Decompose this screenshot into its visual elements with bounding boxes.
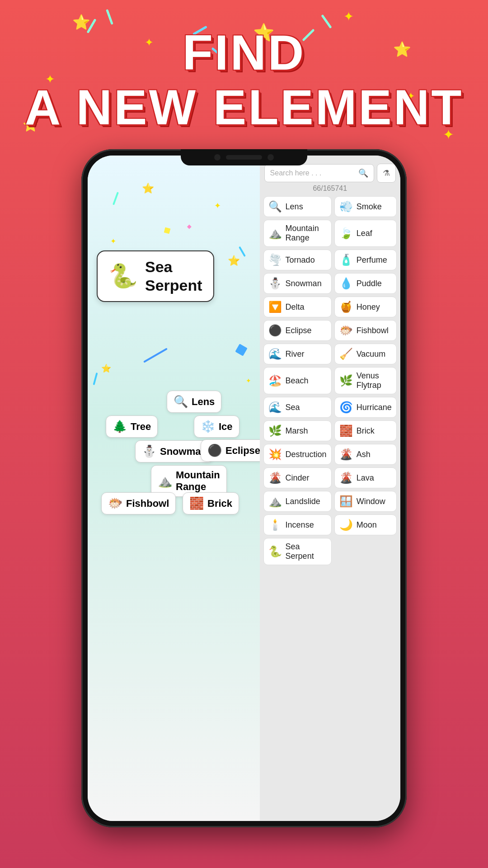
board-item-brick[interactable]: 🧱 Brick (183, 492, 239, 514)
element-emoji: ⛄ (268, 277, 282, 290)
list-item[interactable]: 💥Destruction (263, 444, 332, 465)
search-input-field[interactable]: Search here . . . 🔍 (264, 164, 374, 182)
list-item[interactable]: 🌊Sea (263, 397, 332, 418)
notch-camera (214, 154, 221, 160)
element-emoji: ⚫ (268, 324, 282, 337)
element-label: Leaf (357, 229, 372, 238)
snowman-emoji: ⛄ (142, 444, 156, 458)
element-emoji: 🧴 (339, 254, 353, 266)
eclipse-emoji: ⚫ (207, 443, 222, 458)
element-emoji: 🔽 (268, 301, 282, 313)
search-bar: Search here . . . 🔍 ⚗ (264, 164, 396, 183)
element-emoji: 🌋 (268, 472, 282, 484)
list-item[interactable]: ⛰️Mountain Range (263, 220, 332, 247)
element-label: Tornado (286, 255, 315, 265)
element-label: Hurricane (357, 403, 392, 412)
board-item-fishbowl[interactable]: 🐡 Fishbowl (101, 492, 176, 514)
list-item[interactable]: 🌊River (263, 344, 332, 364)
list-item[interactable]: ⚫Eclipse (263, 320, 332, 341)
title-line1: FIND (0, 25, 488, 80)
filter-button[interactable]: ⚗ (377, 164, 396, 183)
snowman-label: Snowman (160, 446, 207, 458)
list-item[interactable]: 💨Smoke (334, 196, 397, 217)
element-label: Landslide (286, 497, 320, 506)
element-emoji: 🐍 (268, 545, 282, 558)
fishbowl-label: Fishbowl (126, 498, 169, 509)
phone-frame: ⭐ ✦ ✦ ◆ ⭐ ⭐ ✦ 🐍 SeaSerp (81, 149, 407, 827)
list-item[interactable]: 🧴Perfume (334, 250, 397, 270)
list-item[interactable]: 🌋Ash (334, 444, 397, 465)
list-item[interactable]: 🧹Vacuum (334, 344, 397, 364)
ice-label: Ice (219, 421, 233, 433)
element-label: Brick (357, 426, 375, 436)
board-item-tree[interactable]: 🌲 Tree (106, 415, 158, 438)
list-item[interactable]: 🌀Hurricane (334, 397, 397, 418)
list-item[interactable]: 🏖️Beach (263, 367, 332, 394)
list-item[interactable]: 🌿Venus Flytrap (334, 367, 397, 394)
board-item-ice[interactable]: ❄️ Ice (194, 415, 239, 438)
element-label: Eclipse (286, 326, 312, 335)
eclipse-label: Eclipse (225, 445, 260, 457)
list-item[interactable]: 🔽Delta (263, 297, 332, 317)
element-label: Smoke (357, 202, 382, 212)
title-line2: A NEW ELEMENT (0, 80, 488, 134)
element-emoji: ⛰️ (268, 227, 282, 240)
element-label: Moon (357, 520, 377, 530)
sea-serpent-popup: 🐍 SeaSerpent (97, 250, 214, 302)
element-label: River (286, 349, 305, 359)
list-item[interactable]: 🐡Fishbowl (334, 320, 397, 341)
phone-notch (181, 149, 307, 165)
element-label: Destruction (286, 450, 327, 459)
element-emoji: 🧹 (339, 348, 353, 360)
list-item[interactable]: 🌋Lava (334, 467, 397, 488)
list-item[interactable]: 🌋Cinder (263, 467, 332, 488)
element-emoji: 🌪️ (268, 254, 282, 266)
board-item-lens[interactable]: 🔍 Lens (167, 391, 221, 413)
element-emoji: 🔍 (268, 200, 282, 213)
element-label: Incense (286, 520, 314, 530)
list-item[interactable]: 🌪️Tornado (263, 250, 332, 270)
tree-emoji: 🌲 (113, 420, 127, 434)
element-emoji: 🌿 (339, 374, 353, 387)
element-label: Puddle (357, 279, 382, 288)
element-emoji: 💨 (339, 200, 353, 213)
list-item[interactable]: 🔍Lens (263, 196, 332, 217)
list-item[interactable]: 🍃Leaf (334, 220, 397, 247)
board-item-eclipse[interactable]: ⚫ Eclipse (201, 439, 260, 462)
ice-emoji: ❄️ (201, 420, 215, 434)
list-item[interactable]: 🕯️Incense (263, 514, 332, 535)
element-label: Fishbowl (357, 326, 389, 335)
element-emoji: 🐡 (339, 324, 353, 337)
element-emoji: 🌊 (268, 348, 282, 360)
list-item[interactable]: ⛰️Landslide (263, 491, 332, 512)
lens-emoji: 🔍 (174, 395, 188, 409)
element-emoji: 🕯️ (268, 519, 282, 531)
list-item[interactable]: 🍯Honey (334, 297, 397, 317)
sea-serpent-label: SeaSerpent (145, 258, 202, 295)
element-label: Cinder (286, 473, 310, 483)
list-item[interactable]: 💧Puddle (334, 273, 397, 294)
list-item[interactable]: 🌿Marsh (263, 420, 332, 441)
list-item[interactable]: 🐍Sea Serpent (263, 538, 332, 565)
phone-screen: ⭐ ✦ ✦ ◆ ⭐ ⭐ ✦ 🐍 SeaSerp (88, 156, 400, 821)
element-label: Lava (357, 473, 374, 483)
search-icon: 🔍 (358, 168, 368, 178)
element-label: Beach (286, 376, 309, 386)
list-item[interactable]: ⛄Snowman (263, 273, 332, 294)
element-label: Sea Serpent (286, 542, 327, 561)
fishbowl-emoji: 🐡 (108, 496, 122, 510)
element-label: Honey (357, 302, 380, 312)
element-emoji: 💧 (339, 277, 353, 290)
element-emoji: 💥 (268, 448, 282, 461)
list-item[interactable]: 🌙Moon (334, 514, 397, 535)
list-item[interactable]: 🧱Brick (334, 420, 397, 441)
element-label: Sea (286, 403, 300, 412)
list-item[interactable]: 🪟Window (334, 491, 397, 512)
brick-board-label: Brick (207, 498, 232, 509)
element-emoji: 🌀 (339, 401, 353, 414)
element-emoji: 🌋 (339, 448, 353, 461)
notch-speaker (226, 155, 262, 160)
element-list: 🔍Lens💨Smoke⛰️Mountain Range🍃Leaf🌪️Tornad… (260, 194, 400, 821)
game-board-panel: ⭐ ✦ ✦ ◆ ⭐ ⭐ ✦ 🐍 SeaSerp (88, 156, 260, 821)
element-label: Mountain Range (286, 224, 327, 243)
